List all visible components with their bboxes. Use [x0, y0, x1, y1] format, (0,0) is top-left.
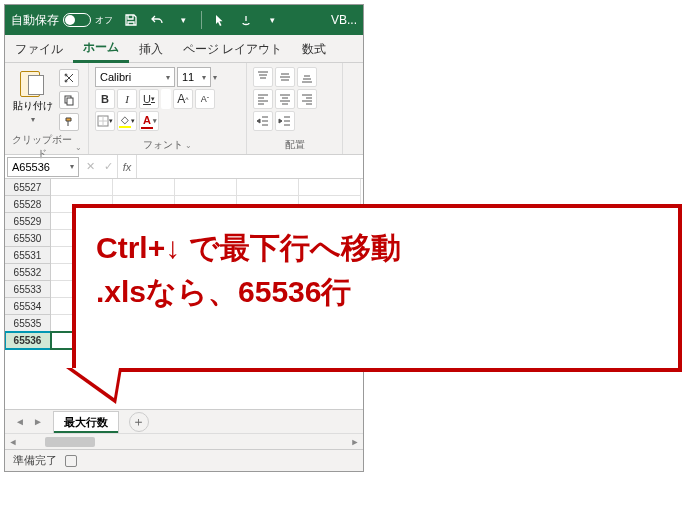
grow-font-button[interactable]: A^ [173, 89, 193, 109]
chevron-down-icon: ▾ [70, 162, 74, 171]
cell[interactable] [237, 179, 299, 196]
row-header[interactable]: 65529 [5, 213, 51, 230]
window-title: VB... [331, 13, 357, 27]
paste-label: 貼り付け [13, 99, 53, 113]
touch-mode-icon[interactable] [238, 12, 254, 28]
enter-formula-button[interactable]: ✓ [99, 155, 117, 178]
cell[interactable] [113, 179, 175, 196]
align-center-button[interactable] [275, 89, 295, 109]
tab-file[interactable]: ファイル [5, 35, 73, 62]
brush-icon [63, 116, 75, 128]
dialog-launcher-icon[interactable]: ⌄ [185, 141, 192, 150]
separator [201, 11, 202, 29]
new-sheet-button[interactable]: ＋ [129, 412, 149, 432]
underline-button[interactable]: U▾ [139, 89, 159, 109]
row-header[interactable]: 65535 [5, 315, 51, 332]
status-ready: 準備完了 [13, 453, 57, 468]
row-header[interactable]: 65534 [5, 298, 51, 315]
cell[interactable] [51, 179, 113, 196]
row-header[interactable]: 65527 [5, 179, 51, 196]
title-bar: 自動保存 オフ ▾ ▾ VB... [5, 5, 363, 35]
scroll-right-icon[interactable]: ► [347, 434, 363, 450]
paste-icon [20, 67, 46, 97]
font-color-button[interactable]: A▾ [139, 111, 159, 131]
shrink-font-button[interactable]: Aˇ [195, 89, 215, 109]
row-header[interactable]: 65532 [5, 264, 51, 281]
align-bottom-button[interactable] [297, 67, 317, 87]
align-top-button[interactable] [253, 67, 273, 87]
chevron-down-icon: ▾ [166, 73, 170, 82]
grid-row: 65527 [5, 179, 363, 196]
autosave-toggle[interactable]: 自動保存 オフ [11, 12, 113, 29]
format-painter-button[interactable] [59, 113, 79, 131]
macro-record-icon[interactable] [65, 455, 77, 467]
horizontal-scrollbar[interactable]: ◄ ► [5, 433, 363, 449]
svg-rect-1 [67, 98, 73, 105]
sheet-nav-next-icon[interactable]: ► [33, 416, 43, 427]
cell[interactable] [175, 179, 237, 196]
decrease-indent-button[interactable] [253, 111, 273, 131]
formula-input[interactable] [137, 157, 363, 177]
alignment-group-label: 配置 [253, 136, 336, 152]
ribbon-tabs: ファイル ホーム 挿入 ページ レイアウト 数式 [5, 35, 363, 63]
chevron-down-icon: ▾ [202, 73, 206, 82]
cursor-icon[interactable] [212, 12, 228, 28]
bold-button[interactable]: B [95, 89, 115, 109]
paste-dropdown-icon[interactable]: ▾ [31, 115, 35, 124]
bucket-icon: ◇ [121, 114, 129, 125]
qat-customize-icon[interactable]: ▾ [264, 12, 280, 28]
undo-dropdown-icon[interactable]: ▾ [175, 12, 191, 28]
annotation-callout: Ctrl+↓ で最下行へ移動 .xlsなら、65536行 [72, 204, 682, 372]
autosave-pill[interactable] [63, 13, 91, 27]
align-right-button[interactable] [297, 89, 317, 109]
row-header[interactable]: 65528 [5, 196, 51, 213]
tab-page-layout[interactable]: ページ レイアウト [173, 35, 292, 62]
row-header[interactable]: 65533 [5, 281, 51, 298]
tab-formulas[interactable]: 数式 [292, 35, 336, 62]
annotation-text: Ctrl+↓ で最下行へ移動 .xlsなら、65536行 [96, 226, 658, 313]
ribbon: 貼り付け ▾ クリップボード⌄ [5, 63, 363, 155]
copy-button[interactable] [59, 91, 79, 109]
dialog-launcher-icon[interactable]: ⌄ [75, 143, 82, 152]
row-header[interactable]: 65531 [5, 247, 51, 264]
undo-icon[interactable] [149, 12, 165, 28]
group-alignment: 配置 [247, 63, 343, 154]
font-name-combo[interactable]: Calibri▾ [95, 67, 175, 87]
row-header[interactable]: 65536 [5, 332, 51, 349]
save-icon[interactable] [123, 12, 139, 28]
formula-bar: A65536▾ ✕ ✓ fx [5, 155, 363, 179]
fx-button[interactable]: fx [117, 155, 137, 178]
tab-insert[interactable]: 挿入 [129, 35, 173, 62]
status-bar: 準備完了 [5, 449, 363, 471]
scroll-thumb[interactable] [45, 437, 95, 447]
italic-button[interactable]: I [117, 89, 137, 109]
sheet-tab-bar: ◄ ► 最大行数 ＋ [5, 409, 363, 433]
align-left-button[interactable] [253, 89, 273, 109]
autosave-label: 自動保存 [11, 12, 59, 29]
font-group-label: フォント⌄ [95, 136, 240, 152]
sheet-tab[interactable]: 最大行数 [53, 411, 119, 433]
autosave-state: オフ [95, 14, 113, 27]
scroll-left-icon[interactable]: ◄ [5, 434, 21, 450]
cell[interactable] [299, 179, 361, 196]
font-size-combo[interactable]: 11▾ [177, 67, 211, 87]
copy-icon [63, 94, 75, 106]
cancel-formula-button[interactable]: ✕ [81, 155, 99, 178]
font-size-dropdown-icon[interactable]: ▾ [213, 73, 217, 82]
borders-button[interactable]: ▾ [95, 111, 115, 131]
align-middle-button[interactable] [275, 67, 295, 87]
scissors-icon [63, 72, 75, 84]
increase-indent-button[interactable] [275, 111, 295, 131]
borders-icon [97, 115, 109, 127]
tab-home[interactable]: ホーム [73, 33, 129, 63]
paste-button[interactable]: 貼り付け ▾ [11, 67, 55, 124]
group-font: Calibri▾ 11▾ ▾ B I U▾ A^ Aˇ [89, 63, 247, 154]
sheet-nav-prev-icon[interactable]: ◄ [15, 416, 25, 427]
name-box[interactable]: A65536▾ [7, 157, 79, 177]
group-clipboard: 貼り付け ▾ クリップボード⌄ [5, 63, 89, 154]
fill-color-button[interactable]: ◇▾ [117, 111, 137, 131]
cut-button[interactable] [59, 69, 79, 87]
row-header[interactable]: 65530 [5, 230, 51, 247]
